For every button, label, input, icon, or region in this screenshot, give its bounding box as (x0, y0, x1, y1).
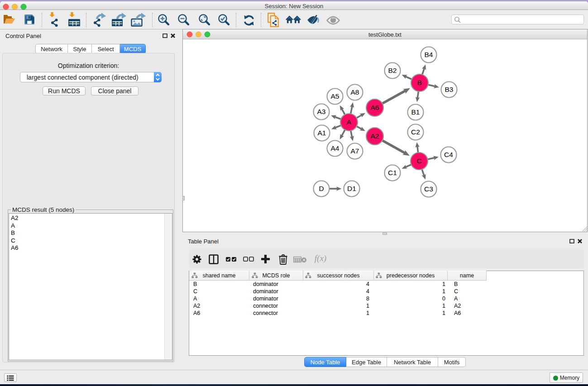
svg-text:A2: A2 (371, 132, 379, 140)
svg-text:C4: C4 (444, 151, 453, 158)
svg-text:D: D (319, 185, 324, 192)
svg-text:B2: B2 (388, 67, 397, 74)
svg-text:A: A (347, 118, 352, 126)
svg-text:C3: C3 (424, 185, 433, 193)
svg-text:D1: D1 (347, 185, 356, 192)
svg-text:A5: A5 (331, 92, 339, 100)
svg-text:B4: B4 (425, 51, 433, 58)
svg-text:B3: B3 (445, 86, 454, 93)
svg-text:C: C (416, 157, 421, 165)
svg-text:B1: B1 (411, 108, 420, 116)
svg-text:C2: C2 (411, 128, 420, 136)
svg-text:A7: A7 (351, 147, 359, 155)
svg-text:A4: A4 (331, 144, 339, 152)
svg-text:A1: A1 (318, 129, 326, 137)
svg-text:C1: C1 (388, 169, 397, 176)
svg-text:A3: A3 (317, 108, 326, 115)
svg-text:B: B (417, 79, 422, 86)
svg-text:A6: A6 (371, 104, 379, 111)
svg-text:A8: A8 (351, 88, 359, 96)
